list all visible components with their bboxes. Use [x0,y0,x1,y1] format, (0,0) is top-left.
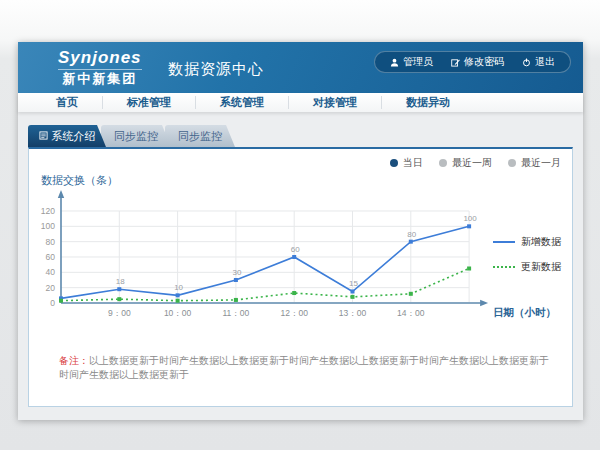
svg-text:13：00: 13：00 [339,308,367,318]
svg-text:10：00: 10：00 [164,308,192,318]
time-range-radio-group: 当日 最近一周 最近一月 [390,156,561,170]
svg-text:60: 60 [291,245,300,254]
footnote-prefix: 备注： [59,355,89,366]
nav-item-data-change[interactable]: 数据异动 [381,96,474,109]
legend-item-update-data[interactable]: 更新数据 [493,260,561,274]
change-password-button[interactable]: 修改密码 [442,55,513,69]
dotted-line-swatch [493,266,515,268]
svg-text:20: 20 [46,283,56,293]
svg-text:14：00: 14：00 [397,308,425,318]
legend-label: 更新数据 [521,260,561,274]
radio-label: 最近一周 [452,156,492,170]
brand-logo: Synjones 新中新集团 [58,49,142,86]
svg-text:80: 80 [407,230,416,239]
tab-label: 同步监控 [178,130,222,142]
svg-text:0: 0 [50,298,55,308]
svg-text:100: 100 [463,214,477,223]
chart-panel: 当日 最近一周 最近一月 数据交换（条） 0204060801001209：00… [28,147,573,407]
power-icon [522,58,531,67]
tab-label: 同步监控 [114,130,158,142]
svg-text:30: 30 [232,268,241,277]
y-axis-title: 数据交换（条） [41,173,118,188]
svg-text:80: 80 [46,237,56,247]
tab-system-intro[interactable]: 系统介绍 [28,125,106,147]
main-nav: 首页 标准管理 系统管理 对接管理 数据异动 [18,93,583,112]
user-bar: 管理员 修改密码 退出 [374,51,571,73]
change-password-label: 修改密码 [464,55,504,69]
tab-sync-monitor-2[interactable]: 同步监控 [165,125,235,147]
series-legend: 新增数据 更新数据 [493,235,561,274]
svg-text:9：00: 9：00 [108,308,131,318]
svg-text:日期（小时）: 日期（小时） [493,306,556,319]
solid-line-swatch [493,241,515,243]
brand-logo-en: Synjones [58,49,142,68]
app-header: Synjones 新中新集团 数据资源中心 管理员 修改密码 退出 [18,42,583,93]
nav-item-interface-mgmt[interactable]: 对接管理 [288,96,381,109]
nav-item-standard-mgmt[interactable]: 标准管理 [102,96,195,109]
tab-sync-monitor-1[interactable]: 同步监控 [101,125,171,147]
radio-dot [439,159,447,167]
legend-item-new-data[interactable]: 新增数据 [493,235,561,249]
edit-icon [451,58,460,67]
current-user-button[interactable]: 管理员 [381,55,442,69]
user-icon [390,58,399,67]
brand-logo-cn: 新中新集团 [58,69,142,86]
document-icon [39,125,48,147]
footnote-text: 以上数据更新于时间产生数据以上数据更新于时间产生数据以上数据更新于时间产生数据以… [59,355,549,380]
nav-item-home[interactable]: 首页 [32,96,102,109]
radio-last-week[interactable]: 最近一周 [439,156,492,170]
svg-text:12：00: 12：00 [280,308,308,318]
svg-text:18: 18 [116,277,125,286]
nav-item-system-mgmt[interactable]: 系统管理 [195,96,288,109]
radio-label: 当日 [403,156,423,170]
radio-dot [508,159,516,167]
svg-text:60: 60 [46,252,56,262]
user-label: 管理员 [403,55,433,69]
radio-today[interactable]: 当日 [390,156,423,170]
footnote: 备注：以上数据更新于时间产生数据以上数据更新于时间产生数据以上数据更新于时间产生… [59,354,552,382]
logout-button[interactable]: 退出 [513,55,564,69]
svg-text:100: 100 [41,221,55,231]
page: Synjones 新中新集团 数据资源中心 管理员 修改密码 退出 [18,42,583,420]
radio-dot [390,159,398,167]
logout-label: 退出 [535,55,555,69]
tab-label: 系统介绍 [52,125,96,147]
radio-last-month[interactable]: 最近一月 [508,156,561,170]
content-area: 系统介绍 同步监控 同步监控 当日 最近一周 [18,112,583,420]
tab-bar: 系统介绍 同步监控 同步监控 [28,125,583,147]
svg-text:40: 40 [46,267,56,277]
svg-text:11：00: 11：00 [223,308,250,318]
svg-text:15: 15 [349,279,358,288]
radio-label: 最近一月 [521,156,561,170]
line-chart: 0204060801001209：0010：0011：0012：0013：001… [29,189,564,327]
legend-label: 新增数据 [521,235,561,249]
svg-text:120: 120 [41,206,55,216]
svg-text:10: 10 [174,283,183,292]
page-title: 数据资源中心 [168,60,264,79]
